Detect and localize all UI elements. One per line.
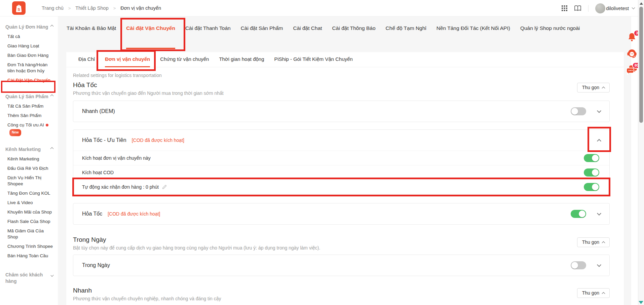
subtab-shipping-documents[interactable]: Chứng từ vận chuyển	[160, 52, 209, 67]
tab-partner-platform-api[interactable]: Nền Tảng Đối Tác (Kết Nối API)	[437, 16, 510, 49]
tab-overseas-shop[interactable]: Quản lý Shop nước ngoài	[520, 16, 580, 49]
sidebar-item-add-product[interactable]: Thêm Sản Phẩm	[5, 113, 54, 119]
sidebar-item-all-products[interactable]: Tất Cả Sản Phẩm	[5, 103, 54, 109]
sidebar-item-display-service[interactable]: Dịch Vụ Hiển Thị Shopee	[5, 175, 54, 187]
cod-enabled-tag: [COD đã được kích hoạt]	[108, 211, 160, 217]
sidebar-item-auction[interactable]: Đấu Giá Rẻ Vô Địch	[5, 165, 54, 171]
setting-row-auto-confirm: Tự động xác nhận đơn hàng : 0 phút	[73, 180, 609, 194]
guide-book-icon[interactable]	[574, 5, 581, 11]
section-desc-nhanh: Phương thức vận chuyển chuyên nghiệp, nh…	[73, 296, 221, 301]
breadcrumb-home[interactable]: Trang chủ	[42, 5, 64, 11]
sidebar-section-customer-care[interactable]: Chăm sóc khách hàng	[5, 272, 54, 284]
sidebar-item-ai-optimizer[interactable]: Công cụ Tối ưu AI New	[5, 122, 54, 136]
sidebar-item-global-selling[interactable]: Bán Hàng Toàn Cầu	[5, 253, 54, 259]
breadcrumb-separator: >	[68, 6, 71, 11]
sidebar: Quản Lý Đơn Hàng Tất cả Giao Hàng Loạt B…	[0, 16, 58, 305]
sidebar-item-live-video[interactable]: Live & Video	[5, 200, 54, 206]
section-title-trong-ngay: Trong Ngày	[73, 236, 320, 243]
sidebar-item-order-handover[interactable]: Bàn Giao Đơn Hàng	[5, 52, 54, 59]
carrier-card-hoa-toc-uu-tien: Hỏa Tốc - Ưu Tiên [COD đã được kích hoạt…	[73, 129, 610, 194]
subtab-piship[interactable]: PiShip - Gói Tiết Kiệm Vận Chuyển	[274, 52, 353, 67]
chevron-up-icon	[602, 292, 605, 295]
section-title: Kênh Marketing	[5, 146, 41, 153]
section-title: Quản Lý Sản Phẩm	[5, 93, 48, 100]
setting-label: Kích hoạt đơn vị vận chuyển này	[82, 155, 151, 161]
cod-enabled-tag: [COD đã được kích hoạt]	[132, 138, 184, 143]
setting-row-activate-cod: Kích hoạt COD	[73, 165, 609, 180]
sidebar-section-order-management[interactable]: Quản Lý Đơn Hàng	[5, 24, 54, 30]
related-settings-note: Related settings for logistics transport…	[73, 73, 610, 78]
sidebar-section-product-management[interactable]: Quản Lý Sản Phẩm	[5, 93, 54, 100]
sidebar-item-returns-refunds[interactable]: Đơn Trả hàng/Hoàn tiền hoặc Đơn hủy	[5, 62, 54, 74]
carrier-card-nhanh-dem: Nhanh (DEM)	[73, 101, 610, 122]
chevron-down-icon[interactable]	[597, 109, 601, 113]
scrollbar-up-arrow[interactable]	[640, 2, 643, 5]
breadcrumb-separator: >	[113, 6, 116, 11]
collapse-label: Thu gọn	[582, 85, 599, 90]
subtab-shipping-carriers[interactable]: Đơn vị vận chuyển	[105, 52, 150, 67]
carrier-toggle[interactable]	[571, 107, 586, 115]
chevron-down-icon[interactable]	[597, 263, 601, 267]
sidebar-item-shipping-settings[interactable]: Cài Đặt Vận Chuyển	[5, 77, 54, 83]
tab-payment-settings[interactable]: Cài đặt Thanh Toán	[185, 16, 231, 49]
sidebar-item-all-orders[interactable]: Tất cả	[5, 34, 54, 40]
sidebar-item-marketing-channel[interactable]: Kênh Marketing	[5, 156, 54, 162]
sidebar-item-flash-sale[interactable]: Flash Sale Của Shop	[5, 219, 54, 225]
setting-label: Kích hoạt COD	[82, 170, 114, 175]
activate-cod-toggle[interactable]	[584, 168, 599, 177]
settings-tab-bar: Tài Khoản & Bảo Mật Cài đặt Vận Chuyển C…	[67, 16, 580, 49]
auto-confirm-toggle[interactable]	[584, 183, 599, 191]
collapse-label: Thu gọn	[582, 239, 599, 245]
sidebar-item-shop-promotions[interactable]: Khuyến Mãi của Shop	[5, 209, 54, 215]
tab-product-settings[interactable]: Cài đặt Sản Phẩm	[241, 16, 283, 49]
notifications-bell-icon[interactable]: 3	[627, 32, 637, 44]
shipping-settings-panel: Địa Chỉ Đơn vị vận chuyển Chứng từ vận c…	[66, 52, 624, 305]
page-scrollbar[interactable]	[638, 0, 644, 305]
section-title-hoa-toc: Hỏa Tốc	[73, 81, 224, 89]
chevron-down-icon[interactable]	[597, 211, 601, 216]
collapse-button[interactable]: Thu gọn	[577, 288, 610, 298]
tab-account-security[interactable]: Tài Khoản & Bảo Mật	[67, 16, 116, 49]
divider	[588, 5, 589, 12]
collapse-button[interactable]: Thu gọn	[577, 83, 610, 92]
sidebar-item-shop-vouchers[interactable]: Mã Giảm Giá Của Shop	[5, 228, 54, 240]
sidebar-item-bulk-shipping[interactable]: Giao Hàng Loạt	[5, 43, 54, 49]
scrollbar-thumb[interactable]	[639, 7, 643, 123]
shopee-logo-icon[interactable]: S	[12, 1, 26, 15]
edit-pencil-icon[interactable]	[162, 185, 167, 189]
carrier-toggle[interactable]	[571, 210, 586, 218]
tab-notification-settings[interactable]: Cài đặt Thông Báo	[332, 16, 376, 49]
tab-shipping-settings[interactable]: Cài đặt Vận Chuyển	[126, 16, 175, 49]
subtab-address[interactable]: Địa Chỉ	[78, 52, 95, 67]
collapse-button[interactable]: Thu gọn	[577, 237, 610, 247]
section-title: Chăm sóc khách hàng	[5, 272, 51, 284]
notification-dot	[46, 124, 48, 126]
svg-text:S: S	[17, 7, 20, 11]
sidebar-item-label: Công cụ Tối ưu AI	[7, 122, 44, 127]
sidebar-item-kol-orders[interactable]: Tăng Đơn Cùng KOL	[5, 190, 54, 196]
carrier-toggle[interactable]	[571, 261, 586, 269]
tab-holiday-mode[interactable]: Chế độ Tạm Nghỉ	[386, 16, 426, 49]
carrier-name: Hỏa Tốc	[82, 211, 102, 217]
breadcrumb-shop-settings[interactable]: Thiết Lập Shop	[75, 5, 108, 11]
activate-carrier-toggle[interactable]	[584, 154, 599, 162]
username: dilolivetest	[606, 6, 629, 11]
breadcrumb-current: Đơn vị vận chuyển	[120, 5, 161, 11]
chat-bubbles-icon[interactable]: 80	[626, 65, 638, 76]
chevron-up-icon[interactable]	[597, 139, 601, 143]
chevron-down-icon	[632, 6, 635, 9]
scroll-down-indicator-icon[interactable]	[639, 301, 643, 304]
support-headset-icon[interactable]	[627, 48, 637, 60]
user-menu[interactable]: dilolivetest	[595, 3, 635, 13]
chevron-up-icon	[50, 147, 54, 151]
apps-grid-icon[interactable]	[562, 5, 567, 11]
subtab-operating-hours[interactable]: Thời gian hoạt động	[219, 52, 264, 67]
sidebar-item-shopee-program[interactable]: Chương Trình Shopee	[5, 243, 54, 250]
top-bar: S Trang chủ > Thiết Lập Shop > Đơn vị vậ…	[0, 0, 644, 16]
breadcrumb: Trang chủ > Thiết Lập Shop > Đơn vị vận …	[42, 5, 161, 11]
avatar	[595, 3, 605, 13]
chevron-up-icon	[50, 25, 54, 28]
sidebar-section-marketing[interactable]: Kênh Marketing	[5, 146, 54, 153]
carrier-name: Trong Ngày	[82, 262, 110, 268]
tab-chat-settings[interactable]: Cài đặt Chat	[293, 16, 322, 49]
